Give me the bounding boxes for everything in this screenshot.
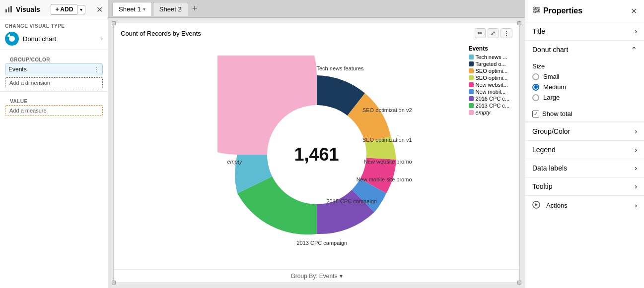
donut-section-label: Donut chart (532, 46, 568, 54)
more-options-icon[interactable]: ⋮ (501, 28, 512, 38)
legend-color (469, 61, 474, 66)
legend-title: Events (469, 45, 509, 52)
legend-color (469, 103, 474, 108)
expand-icon[interactable]: ⤢ (488, 28, 499, 38)
add-measure-button[interactable]: Add a measure (5, 105, 103, 116)
group-color-section: GROUP/COLOR Events ⋮ Add a dimension (0, 50, 108, 92)
visual-type-selector[interactable]: Donut chart › (0, 30, 108, 50)
resize-handle-tl[interactable] (112, 21, 116, 25)
legend-section-header[interactable]: Legend › (525, 141, 644, 159)
tab-sheet1[interactable]: Sheet 1 ▾ (112, 2, 152, 16)
chart-actions: ✏ ⤢ ⋮ (475, 28, 512, 38)
tab-sheet2[interactable]: Sheet 2 (153, 2, 188, 16)
label-2013-cpc: 2013 CPC campaign (297, 240, 348, 246)
actions-row[interactable]: Actions › (525, 196, 644, 215)
data-labels-section-header[interactable]: Data labels › (525, 159, 644, 177)
legend-item: New mobil... (469, 89, 509, 95)
svg-rect-0 (5, 9, 7, 12)
legend-label: 2016 CPC c... (476, 96, 509, 102)
size-small-label: Small (543, 73, 560, 80)
add-dimension-button[interactable]: Add a dimension (5, 77, 103, 88)
close-properties-button[interactable]: ✕ (631, 6, 637, 16)
size-option-large[interactable]: Large (532, 94, 637, 101)
legend-chevron-icon: › (635, 146, 637, 154)
label-seo-v2: SEO optimization v2 (362, 107, 412, 113)
edit-icon[interactable]: ✏ (475, 28, 486, 38)
add-button-group[interactable]: + ADD ▾ (51, 4, 85, 15)
tooltip-section-header[interactable]: Tooltip › (525, 177, 644, 195)
legend-item: Targeted o... (469, 61, 509, 67)
legend-color (469, 55, 474, 59)
add-main-button[interactable]: + ADD (51, 4, 77, 15)
radio-small[interactable] (532, 73, 539, 80)
show-total-row[interactable]: ✓ Show total (525, 106, 644, 122)
legend-color (469, 89, 474, 94)
size-option-small[interactable]: Small (532, 73, 637, 80)
legend-color (469, 96, 474, 101)
legend-area: Events Tech news ... Targeted o... SEO o… (469, 45, 509, 116)
svg-rect-1 (8, 7, 9, 12)
chart-title: Count of Records by Events (121, 30, 201, 37)
label-new-website: New website promo (364, 159, 412, 165)
svg-point-8 (537, 9, 539, 11)
legend-item: SEO optimi... (469, 68, 509, 74)
label-tech-news: Tech news features (317, 65, 364, 71)
properties-title: Properties (543, 6, 582, 15)
resize-handle-tr[interactable] (517, 21, 521, 25)
show-total-checkbox[interactable]: ✓ (532, 111, 539, 117)
change-visual-type-label: CHANGE VISUAL TYPE (0, 19, 108, 30)
events-field-tag[interactable]: Events ⋮ (5, 63, 103, 75)
field-options-icon[interactable]: ⋮ (93, 66, 99, 73)
radio-medium-inner (534, 85, 538, 89)
visuals-title: Visuals (5, 5, 40, 14)
title-section-header[interactable]: Title › (525, 22, 644, 40)
radio-medium[interactable] (532, 84, 539, 91)
legend-label: SEO optimi... (476, 68, 508, 74)
title-chevron-icon: › (635, 27, 637, 35)
group-color-label: GROUP/COLOR (5, 53, 103, 63)
donut-chevron-icon: ⌃ (631, 46, 637, 54)
legend-label: empty (476, 110, 491, 115)
legend-label: New mobil... (476, 89, 506, 95)
legend-label: Targeted o... (476, 61, 506, 67)
tab-caret-icon[interactable]: ▾ (143, 6, 145, 12)
legend-item: 2013 CPC c... (469, 103, 509, 109)
size-label: Size (532, 62, 637, 70)
donut-center-value: 1,461 (294, 144, 339, 165)
add-caret-button[interactable]: ▾ (77, 5, 85, 14)
properties-header: Properties ✕ (525, 0, 644, 22)
resize-handle-bl[interactable] (112, 281, 116, 285)
donut-section-header[interactable]: Donut chart ⌃ (525, 41, 644, 58)
legend-label: Tech news ... (476, 54, 507, 60)
group-color-chevron-icon: › (635, 127, 637, 135)
svg-point-7 (534, 7, 536, 9)
radio-large[interactable] (532, 94, 539, 101)
group-by-inner[interactable]: Group By: Events ▾ (290, 273, 342, 280)
show-total-label: Show total (542, 110, 572, 117)
legend-section-label: Legend (532, 146, 556, 154)
group-color-section-header[interactable]: Group/Color › (525, 122, 644, 140)
size-option-medium[interactable]: Medium (532, 83, 637, 91)
legend-item: empty (469, 110, 509, 115)
tooltip-chevron-icon: › (635, 182, 637, 190)
donut-icon (5, 32, 19, 46)
prop-section-legend: Legend › (525, 141, 644, 159)
resize-handle-br[interactable] (517, 281, 521, 285)
prop-section-title: Title › (525, 22, 644, 41)
legend-item: SEO optimi... (469, 75, 509, 81)
legend-color (469, 75, 474, 80)
properties-icon (532, 6, 540, 16)
legend-color (469, 110, 474, 115)
checkbox-check-icon: ✓ (534, 111, 538, 116)
legend-item: 2016 CPC c... (469, 96, 509, 102)
close-left-panel-button[interactable]: ✕ (96, 5, 103, 14)
add-sheet-button[interactable]: + (189, 3, 201, 14)
data-labels-section-label: Data labels (532, 164, 567, 172)
legend-color (469, 68, 474, 73)
actions-label: Actions (546, 202, 568, 209)
legend-label: SEO optimi... (476, 75, 508, 81)
size-large-label: Large (543, 94, 560, 101)
chevron-right-icon: › (101, 35, 103, 42)
svg-point-9 (534, 11, 536, 13)
title-section-label: Title (532, 27, 545, 35)
